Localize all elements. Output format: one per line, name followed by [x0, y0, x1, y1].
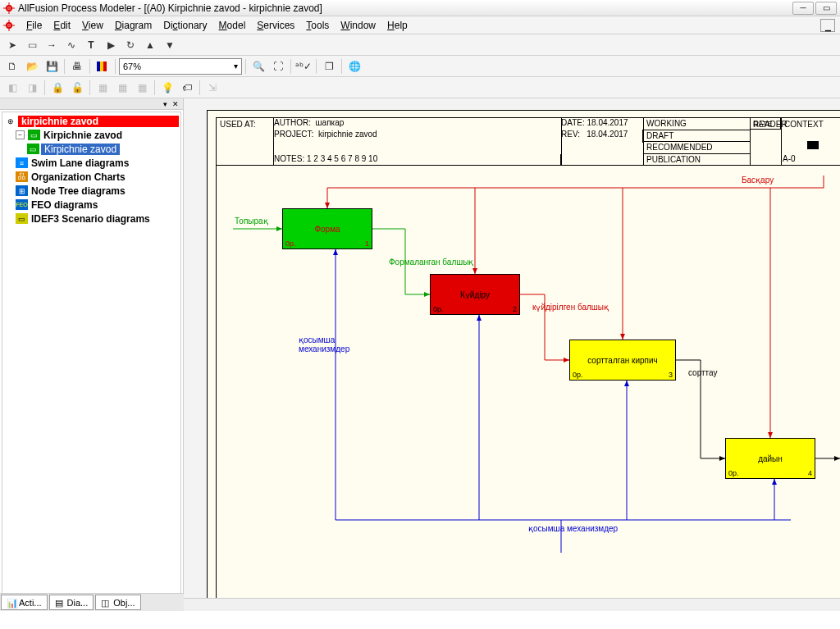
pane-header: ▾ ✕	[0, 98, 183, 110]
down-tool[interactable]: ▼	[161, 36, 179, 54]
zoom-select[interactable]: 67%	[119, 58, 242, 75]
orgchart-icon: 品	[16, 171, 28, 182]
redo-tool[interactable]: ↻	[121, 36, 139, 54]
arrow-label: қосымша механизмдер	[299, 335, 356, 353]
tab-activities[interactable]: 📊Acti...	[1, 595, 48, 610]
diagram-canvas[interactable]: USED AT: AUTHOR: шапкар PROJECT: kirpich…	[184, 98, 840, 611]
menu-model[interactable]: Model	[214, 18, 251, 33]
target-icon: ⊕	[4, 116, 16, 126]
tree-item[interactable]: 品 Organization Charts	[4, 170, 179, 184]
nodetree-icon: ⊞	[16, 185, 28, 196]
mdi-minimize-button[interactable]: ▁	[820, 19, 835, 32]
activity-box-2[interactable]: Күйдіру 0р. 2	[430, 274, 520, 315]
export-button[interactable]: ⇲	[203, 79, 221, 97]
toolbar-standard: 🗋 📂 💾 🖶 67% 🔍 ⛶ ᵃᵇ✓ ❐ 🌐	[0, 56, 840, 77]
arrow-label: Топырақ	[235, 217, 268, 226]
diagram-header: USED AT: AUTHOR: шапкар PROJECT: kirpich…	[217, 118, 840, 166]
menu-services[interactable]: Services	[252, 18, 299, 33]
menu-view[interactable]: View	[77, 18, 108, 33]
text-tool[interactable]: T	[82, 36, 100, 54]
menu-edit[interactable]: Edit	[48, 18, 75, 33]
save-button[interactable]: 💾	[43, 57, 61, 75]
box-label: Форма	[314, 225, 340, 234]
svg-rect-6	[97, 62, 100, 71]
window-title: AllFusion Process Modeler - [(A0) Kirpic…	[18, 2, 322, 14]
status-cells: WORKING DRAFT RECOMMENDED PUBLICATION	[643, 118, 750, 166]
idef3-icon: ▭	[16, 213, 28, 224]
pane-dropdown-icon[interactable]: ▾	[161, 100, 170, 108]
flag-button[interactable]	[94, 57, 112, 75]
rev-cell: REV: 18.04.2017	[561, 130, 643, 143]
diagram-icon: ▭	[27, 144, 39, 154]
link-button[interactable]: ❐	[320, 57, 338, 75]
db2-button[interactable]: ◨	[23, 79, 41, 97]
arrow-label: сорттау	[688, 368, 718, 377]
tab-diagrams[interactable]: ▤Dia...	[49, 595, 94, 610]
browser-button[interactable]: 🌐	[345, 57, 363, 75]
menu-window[interactable]: Window	[336, 18, 381, 33]
tree-root[interactable]: ⊕ kirpichnie zavod	[4, 114, 179, 128]
box-label: дайын	[758, 454, 783, 463]
box-tool[interactable]: ▭	[23, 36, 41, 54]
feo-icon: FEO	[16, 199, 28, 210]
grid1-button[interactable]: ▦	[94, 79, 112, 97]
menu-dictionary[interactable]: Dictionary	[158, 18, 212, 33]
light-button[interactable]: 💡	[158, 79, 176, 97]
pointer-tool[interactable]: ➤	[3, 36, 21, 54]
pane-close-icon[interactable]: ✕	[170, 100, 181, 108]
collapse-icon[interactable]: −	[16, 130, 25, 139]
tree-item[interactable]: − ▭ Kirpichnie zavod	[4, 128, 179, 142]
open-button[interactable]: 📂	[23, 57, 41, 75]
squiggle-tool[interactable]: ∿	[62, 36, 80, 54]
tree-view[interactable]: ⊕ kirpichnie zavod − ▭ Kirpichnie zavod …	[2, 112, 181, 596]
activity-box-4[interactable]: дайын 0р. 4	[725, 438, 815, 479]
tab-objects[interactable]: ◫Obj...	[95, 595, 140, 610]
context-a0: A-0	[783, 154, 796, 163]
play-tool[interactable]: ▶	[102, 36, 120, 54]
grid3-button[interactable]: ▦	[133, 79, 151, 97]
lock2-button[interactable]: 🔓	[68, 79, 86, 97]
menu-tools[interactable]: Tools	[301, 18, 334, 33]
activity-box-3[interactable]: сортталган кирпич 0р. 3	[569, 340, 676, 381]
activity-box-1[interactable]: Форма 0р. 1	[282, 208, 372, 249]
tag-button[interactable]: 🏷	[178, 79, 196, 97]
context-box-icon	[807, 141, 819, 149]
tree-item-selected[interactable]: ▭ Kirpichnie zavod	[4, 142, 179, 156]
tree-item[interactable]: ⊞ Node Tree diagrams	[4, 184, 179, 198]
spell-button[interactable]: ᵃᵇ✓	[294, 57, 313, 75]
tree-item[interactable]: FEO FEO diagrams	[4, 198, 179, 212]
menu-help[interactable]: Help	[382, 18, 413, 33]
canvas-hscrollbar[interactable]	[184, 598, 840, 611]
title-bar: AllFusion Process Modeler - [(A0) Kirpic…	[0, 0, 840, 16]
swimlane-icon: ≡	[16, 157, 28, 168]
app-icon	[3, 2, 15, 14]
maximize-button[interactable]: ▭	[815, 2, 837, 15]
context-cell: CONTEXT	[781, 118, 830, 130]
tree-item[interactable]: ≡ Swim Lane diagrams	[4, 156, 179, 170]
model-explorer: ▾ ✕ ⊕ kirpichnie zavod − ▭ Kirpichnie za…	[0, 98, 184, 611]
box-label: сортталган кирпич	[587, 356, 657, 365]
minimize-button[interactable]: ─	[792, 2, 814, 15]
diagram-page: USED AT: AUTHOR: шапкар PROJECT: kirpich…	[207, 110, 840, 611]
arrow-tool[interactable]: →	[43, 36, 61, 54]
used-at-cell: USED AT:	[217, 118, 274, 166]
tree-item[interactable]: ▭ IDEF3 Scenario diagrams	[4, 212, 179, 226]
print-button[interactable]: 🖶	[68, 57, 86, 75]
notes-cell: NOTES: 1 2 3 4 5 6 7 8 9 10	[274, 154, 561, 166]
grid2-button[interactable]: ▦	[113, 79, 131, 97]
zoom-in-button[interactable]: 🔍	[249, 57, 267, 75]
project-cell: PROJECT: kirpichnie zavod	[274, 130, 561, 143]
new-button[interactable]: 🗋	[3, 57, 21, 75]
zoom-fit-button[interactable]: ⛶	[269, 57, 287, 75]
svg-rect-7	[100, 62, 103, 71]
diagram-icon: ▭	[28, 130, 40, 140]
lock1-button[interactable]: 🔒	[48, 79, 66, 97]
toolbar-drawing: ➤ ▭ → ∿ T ▶ ↻ ▲ ▼	[0, 34, 840, 56]
menu-file[interactable]: File	[21, 18, 47, 33]
toolbar-db: ◧ ◨ 🔒 🔓 ▦ ▦ ▦ 💡 🏷 ⇲	[0, 77, 840, 98]
date-col-header: DATE	[750, 118, 781, 130]
up-tool[interactable]: ▲	[141, 36, 159, 54]
diagram-arrows	[217, 118, 840, 611]
db1-button[interactable]: ◧	[3, 79, 21, 97]
menu-diagram[interactable]: Diagram	[110, 18, 157, 33]
